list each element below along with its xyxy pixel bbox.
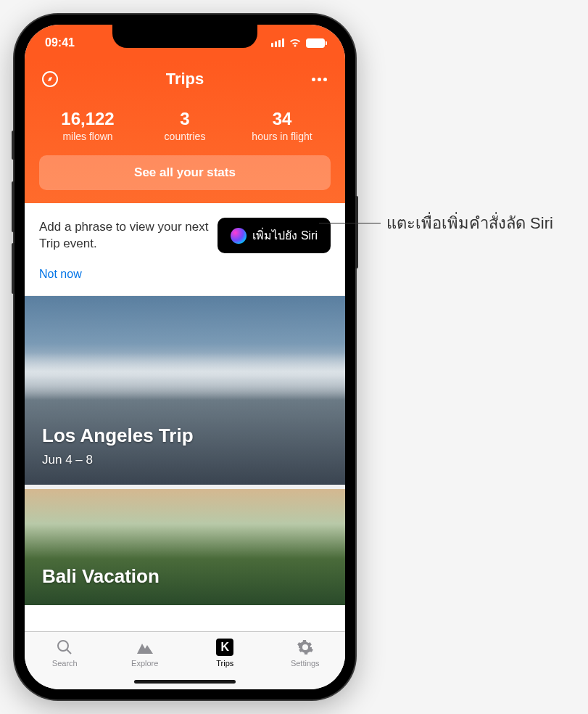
tab-bar: Search Explore K Trips Settings <box>25 631 345 689</box>
battery-icon <box>306 38 325 48</box>
callout-line <box>319 223 381 223</box>
stat-miles: 16,122 miles flown <box>39 109 136 142</box>
tab-search[interactable]: Search <box>25 638 105 689</box>
search-icon <box>56 638 73 657</box>
add-to-siri-button[interactable]: เพิ่มไปยัง Siri <box>218 218 331 253</box>
see-stats-button[interactable]: See all your stats <box>39 155 331 190</box>
volume-up-button <box>12 181 15 232</box>
page-title: Trips <box>166 70 204 89</box>
mountain-icon <box>136 638 154 657</box>
phone-frame: 09:41 Trips <box>15 15 355 699</box>
siri-button-label: เพิ่มไปยัง Siri <box>252 226 318 245</box>
screen: 09:41 Trips <box>25 25 345 689</box>
stat-label: miles flown <box>39 131 136 142</box>
stat-value: 3 <box>136 109 233 129</box>
stat-value: 34 <box>233 109 331 129</box>
status-indicators <box>271 38 325 48</box>
trip-title: Bali Vacation <box>42 565 328 588</box>
cellular-icon <box>271 38 284 47</box>
tab-label: Explore <box>131 659 158 668</box>
wifi-icon <box>289 38 302 48</box>
mute-switch <box>12 131 15 160</box>
svg-line-2 <box>67 649 71 654</box>
trip-dates: Jun 4 – 8 <box>42 453 328 467</box>
tab-settings[interactable]: Settings <box>265 638 346 689</box>
gear-icon <box>297 638 314 657</box>
stat-value: 16,122 <box>39 109 136 129</box>
siri-card: Add a phrase to view your next Trip even… <box>25 203 345 296</box>
content-scroll[interactable]: Trips 16,122 miles flown 3 countries <box>25 61 345 631</box>
more-icon[interactable] <box>309 78 331 81</box>
header: Trips 16,122 miles flown 3 countries <box>25 61 345 203</box>
tab-label: Settings <box>291 659 320 668</box>
tab-label: Search <box>52 659 78 668</box>
stat-label: countries <box>136 131 233 142</box>
compass-icon[interactable] <box>39 70 61 88</box>
notch <box>112 25 257 48</box>
tab-label: Trips <box>216 659 233 668</box>
stat-countries: 3 countries <box>136 109 233 142</box>
stat-hours: 34 hours in flight <box>233 109 331 142</box>
trip-title: Los Angeles Trip <box>42 424 328 447</box>
volume-down-button <box>12 243 15 294</box>
status-time: 09:41 <box>45 36 75 49</box>
siri-prompt-text: Add a phrase to view your next Trip even… <box>39 219 209 251</box>
app-k-icon: K <box>216 638 233 657</box>
trip-card-los-angeles[interactable]: Los Angeles Trip Jun 4 – 8 <box>25 296 345 485</box>
trip-card-bali[interactable]: Bali Vacation <box>25 489 345 605</box>
svg-point-1 <box>58 641 68 651</box>
callout: แตะเพื่อเพิ่มคำสั่งลัด Siri <box>319 210 553 236</box>
callout-text: แตะเพื่อเพิ่มคำสั่งลัด Siri <box>386 210 553 236</box>
stats-row: 16,122 miles flown 3 countries 34 hours … <box>39 97 331 155</box>
siri-icon <box>231 228 247 244</box>
not-now-button[interactable]: Not now <box>39 262 331 281</box>
nav-row: Trips <box>39 61 331 97</box>
stat-label: hours in flight <box>233 131 331 142</box>
home-indicator[interactable] <box>134 680 236 684</box>
